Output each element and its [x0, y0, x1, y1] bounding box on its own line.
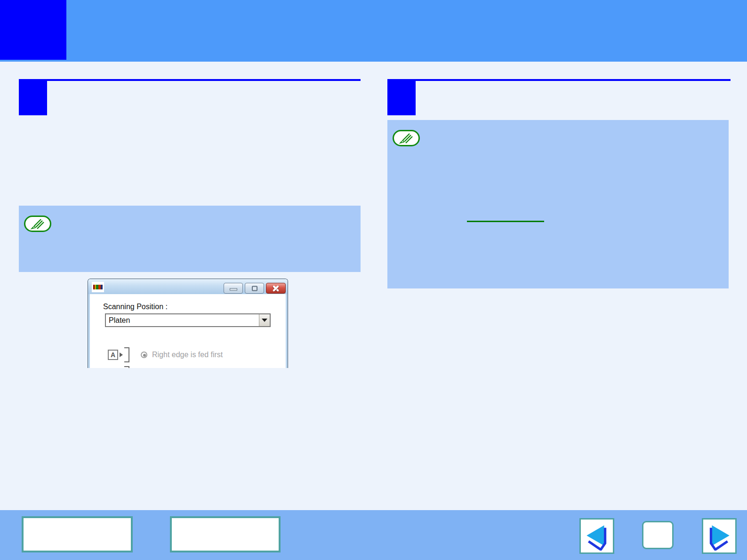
page-number-box[interactable]	[642, 521, 674, 549]
note-badge	[393, 130, 420, 146]
header-bar	[0, 0, 747, 62]
left-step-marker	[19, 79, 47, 115]
left-heading-rule	[19, 79, 361, 81]
scanning-position-dropdown[interactable]: Platen	[105, 313, 271, 327]
forward-page-button[interactable]	[702, 518, 737, 554]
maximize-icon	[252, 286, 257, 291]
header-accent-square	[0, 0, 66, 60]
footer-index-box[interactable]	[170, 516, 281, 552]
forward-arrow-icon	[705, 521, 734, 551]
feed-edge-bracket-icon	[124, 346, 130, 363]
right-step-marker	[387, 79, 416, 115]
note-box-right	[387, 120, 729, 288]
dialog-body: Scanning Position : Platen A Right edge …	[88, 294, 288, 368]
portrait-feed-icon: A	[108, 350, 118, 360]
dropdown-button[interactable]	[259, 314, 270, 326]
note-badge	[24, 216, 51, 232]
footer-bar	[0, 510, 747, 560]
feed-direction-arrow-icon	[120, 352, 123, 357]
footer-contents-box[interactable]	[22, 516, 133, 552]
dropdown-selected-value: Platen	[106, 316, 259, 325]
feed-edge-bracket-icon	[124, 365, 130, 368]
minimize-icon	[230, 288, 237, 290]
link-underline[interactable]	[467, 221, 544, 222]
back-arrow-icon	[582, 521, 611, 551]
chevron-down-icon	[262, 319, 267, 322]
twain-dialog-window: Scanning Position : Platen A Right edge …	[88, 279, 288, 368]
radio-row-top-edge: A Top edge is fed first	[108, 368, 217, 368]
note-box-left	[19, 206, 361, 272]
twain-logo-icon	[92, 282, 104, 292]
pencil-icon	[397, 132, 416, 144]
minimize-button[interactable]	[224, 283, 243, 294]
close-icon	[272, 284, 280, 293]
dialog-titlebar[interactable]	[88, 279, 288, 294]
scanning-position-label: Scanning Position :	[103, 303, 168, 311]
right-heading-rule	[387, 79, 731, 81]
radio-right-edge-label: Right edge is fed first	[152, 351, 223, 359]
pencil-icon	[28, 218, 47, 230]
radio-row-right-edge: A Right edge is fed first	[108, 349, 223, 361]
maximize-button[interactable]	[245, 283, 264, 294]
back-page-button[interactable]	[579, 518, 614, 554]
close-button[interactable]	[266, 283, 286, 294]
radio-right-edge[interactable]	[141, 352, 147, 358]
